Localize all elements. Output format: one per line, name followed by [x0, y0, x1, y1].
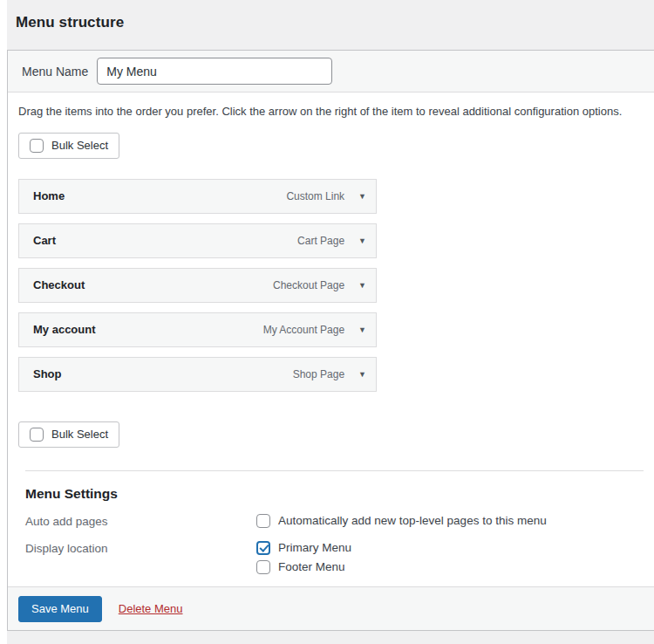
- drag-instructions: Drag the items into the order you prefer…: [18, 104, 629, 120]
- menu-item-meta: Custom Link ▼: [286, 190, 366, 202]
- display-location-option-footer[interactable]: Footer Menu: [256, 560, 351, 574]
- menu-name-bar: Menu Name: [8, 51, 654, 92]
- save-menu-button[interactable]: Save Menu: [18, 596, 102, 622]
- menu-item-checkout[interactable]: Checkout Checkout Page ▼: [18, 268, 377, 303]
- bulk-select-label: Bulk Select: [51, 139, 108, 152]
- auto-add-pages-label: Auto add pages: [25, 514, 256, 528]
- settings-divider: [25, 470, 644, 471]
- menu-item-title: Cart: [33, 234, 56, 247]
- menu-item-meta: My Account Page ▼: [263, 324, 366, 336]
- menu-item-cart[interactable]: Cart Cart Page ▼: [18, 223, 377, 258]
- menu-name-input[interactable]: [97, 58, 332, 85]
- page-footer-band: [7, 631, 654, 644]
- menu-item-title: Checkout: [33, 278, 85, 291]
- auto-add-pages-row: Auto add pages Automatically add new top…: [18, 514, 644, 528]
- menu-name-label: Menu Name: [22, 65, 88, 79]
- menu-item-title: My account: [33, 323, 96, 336]
- menu-footer-bar: Save Menu Delete Menu: [8, 586, 654, 630]
- bulk-select-label: Bulk Select: [51, 428, 108, 441]
- delete-menu-link[interactable]: Delete Menu: [119, 602, 183, 615]
- primary-menu-checkbox[interactable]: [256, 541, 270, 555]
- footer-menu-label: Footer Menu: [278, 560, 345, 573]
- menu-item-title: Shop: [33, 367, 62, 380]
- auto-add-pages-field: Automatically add new top-level pages to…: [256, 514, 547, 528]
- bulk-select-button-bottom[interactable]: Bulk Select: [18, 421, 119, 448]
- menu-item-home[interactable]: Home Custom Link ▼: [18, 179, 377, 214]
- chevron-down-icon[interactable]: ▼: [358, 281, 366, 290]
- menu-item-meta: Cart Page ▼: [297, 235, 366, 247]
- display-location-row: Display location Primary Menu Footer Men…: [18, 541, 644, 574]
- display-location-label: Display location: [25, 541, 256, 555]
- chevron-down-icon[interactable]: ▼: [358, 370, 366, 379]
- bulk-select-checkbox[interactable]: [30, 139, 44, 153]
- menu-item-meta: Checkout Page ▼: [273, 279, 366, 291]
- chevron-down-icon[interactable]: ▼: [358, 236, 366, 245]
- menu-item-type: Shop Page: [293, 368, 344, 380]
- bulk-select-button-top[interactable]: Bulk Select: [18, 133, 119, 159]
- display-location-field: Primary Menu Footer Menu: [256, 541, 351, 574]
- page-title: Menu structure: [16, 14, 124, 31]
- chevron-down-icon[interactable]: ▼: [358, 192, 366, 201]
- auto-add-pages-option[interactable]: Automatically add new top-level pages to…: [256, 514, 547, 528]
- chevron-down-icon[interactable]: ▼: [358, 325, 366, 334]
- menu-item-list: Home Custom Link ▼ Cart Cart Page ▼ Chec…: [18, 179, 644, 392]
- menu-item-type: Custom Link: [286, 190, 344, 202]
- display-location-option-primary[interactable]: Primary Menu: [256, 541, 351, 555]
- menu-item-shop[interactable]: Shop Shop Page ▼: [18, 357, 377, 392]
- menu-item-type: Checkout Page: [273, 279, 344, 291]
- menu-edit-panel: Menu Name Drag the items into the order …: [7, 50, 654, 631]
- bulk-select-checkbox[interactable]: [30, 428, 44, 442]
- auto-add-pages-checkbox[interactable]: [256, 514, 270, 528]
- footer-menu-checkbox[interactable]: [256, 560, 270, 574]
- auto-add-pages-option-label: Automatically add new top-level pages to…: [278, 514, 547, 527]
- primary-menu-label: Primary Menu: [278, 541, 351, 554]
- menu-item-type: Cart Page: [297, 235, 344, 247]
- menu-item-my-account[interactable]: My account My Account Page ▼: [18, 312, 377, 347]
- menu-structure-body: Drag the items into the order you prefer…: [8, 92, 654, 586]
- menu-item-title: Home: [33, 189, 65, 202]
- menu-item-meta: Shop Page ▼: [293, 368, 366, 380]
- menu-settings-heading: Menu Settings: [18, 486, 644, 502]
- page-header-band: Menu structure: [7, 0, 654, 50]
- menu-item-type: My Account Page: [263, 324, 344, 336]
